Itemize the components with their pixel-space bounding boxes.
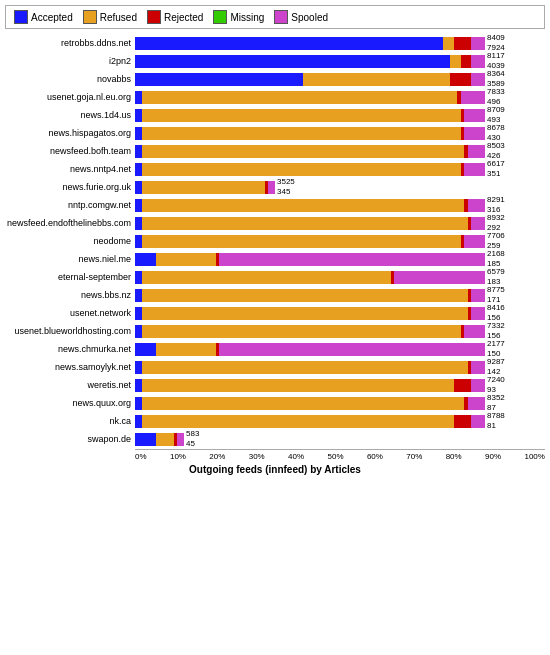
table-row: news.hispagatos.org8678430	[5, 125, 545, 141]
row-label: eternal-september	[5, 272, 135, 282]
bar-refused	[142, 307, 468, 320]
row-label: news.chmurka.net	[5, 344, 135, 354]
bar-value-1: 8503	[487, 141, 505, 151]
x-tick: 100%	[524, 452, 544, 461]
bar-accepted	[135, 289, 142, 302]
table-row: news.niel.me2168185	[5, 251, 545, 267]
table-row: news.nntp4.net6617351	[5, 161, 545, 177]
bar-spooled	[471, 379, 485, 392]
table-row: newsfeed.bofh.team8503426	[5, 143, 545, 159]
table-row: retrobbs.ddns.net84097924	[5, 35, 545, 51]
bar-accepted	[135, 343, 156, 356]
bar-spooled	[464, 325, 485, 338]
bar-area: 58345	[135, 432, 545, 446]
bar-accepted	[135, 325, 142, 338]
bar-value-1: 7332	[487, 321, 505, 331]
bar-values: 8416156	[487, 303, 505, 322]
bar-spooled	[468, 199, 486, 212]
bar-area: 84097924	[135, 36, 545, 50]
bar-value-1: 2168	[487, 249, 505, 259]
bar-value-1: 6617	[487, 159, 505, 169]
bar-spooled	[471, 289, 485, 302]
legend-rejected: Rejected	[147, 10, 203, 24]
bar-refused	[142, 415, 454, 428]
bar-value-1: 6579	[487, 267, 505, 277]
row-label: weretis.net	[5, 380, 135, 390]
bar-accepted	[135, 199, 142, 212]
bar-accepted	[135, 235, 142, 248]
bar-rejected	[461, 55, 472, 68]
legend-label-rejected: Rejected	[164, 12, 203, 23]
bar-accepted	[135, 55, 450, 68]
bar-refused	[142, 271, 391, 284]
bar-refused	[142, 235, 461, 248]
bar-refused	[156, 343, 216, 356]
bar-value-2: 81	[487, 421, 505, 431]
table-row: usenet.goja.nl.eu.org7833496	[5, 89, 545, 105]
row-label: news.niel.me	[5, 254, 135, 264]
bar-value-1: 8416	[487, 303, 505, 313]
bar-spooled	[471, 307, 485, 320]
table-row: swapon.de58345	[5, 431, 545, 447]
row-label: newsfeed.endofthelinebbs.com	[5, 218, 135, 228]
bar-accepted	[135, 307, 142, 320]
bar-value-2: 351	[487, 169, 505, 179]
bar-spooled	[464, 235, 485, 248]
bar-values: 724093	[487, 375, 505, 394]
table-row: weretis.net724093	[5, 377, 545, 393]
bar-refused	[142, 163, 461, 176]
bar-value-1: 8364	[487, 69, 505, 79]
bar-accepted	[135, 271, 142, 284]
x-tick: 40%	[288, 452, 304, 461]
x-ticks: 0%10%20%30%40%50%60%70%80%90%100%	[135, 449, 545, 461]
table-row: usenet.blueworldhosting.com7332156	[5, 323, 545, 339]
row-label: news.bbs.nz	[5, 290, 135, 300]
bar-values: 6617351	[487, 159, 505, 178]
bar-values: 6579183	[487, 267, 505, 286]
bar-area: 9287142	[135, 360, 545, 374]
row-label: usenet.blueworldhosting.com	[5, 326, 135, 336]
bar-spooled	[471, 361, 485, 374]
bar-refused	[142, 109, 461, 122]
bar-spooled	[394, 271, 485, 284]
table-row: nk.ca878881	[5, 413, 545, 429]
bar-rejected	[454, 37, 472, 50]
row-label: newsfeed.bofh.team	[5, 146, 135, 156]
bar-value-1: 8291	[487, 195, 505, 205]
x-axis-area: 0%10%20%30%40%50%60%70%80%90%100%	[5, 449, 545, 461]
legend-label-accepted: Accepted	[31, 12, 73, 23]
bar-values: 9287142	[487, 357, 505, 376]
row-label: usenet.goja.nl.eu.org	[5, 92, 135, 102]
legend-spooled: Spooled	[274, 10, 328, 24]
bar-accepted	[135, 163, 142, 176]
bar-refused	[142, 325, 461, 338]
bar-accepted	[135, 415, 142, 428]
bar-values: 58345	[186, 429, 199, 448]
bar-spooled	[468, 145, 486, 158]
bar-refused	[303, 73, 450, 86]
bar-values: 8291316	[487, 195, 505, 214]
bar-spooled	[219, 343, 485, 356]
bar-values: 83643589	[487, 69, 505, 88]
bar-values: 8775171	[487, 285, 505, 304]
bar-spooled	[464, 163, 485, 176]
bar-value-1: 8775	[487, 285, 505, 295]
chart-rows: retrobbs.ddns.net84097924i2pn281174039no…	[5, 35, 545, 447]
x-tick: 30%	[249, 452, 265, 461]
row-label: i2pn2	[5, 56, 135, 66]
bar-refused	[142, 289, 468, 302]
bar-area: 8709493	[135, 108, 545, 122]
x-tick: 50%	[328, 452, 344, 461]
bar-spooled	[471, 415, 485, 428]
legend-box-accepted	[14, 10, 28, 24]
bar-spooled	[177, 433, 184, 446]
bar-area: 83643589	[135, 72, 545, 86]
bar-values: 7833496	[487, 87, 505, 106]
bar-value-2: 45	[186, 439, 199, 449]
bar-value-1: 7240	[487, 375, 505, 385]
bar-area: 6617351	[135, 162, 545, 176]
bar-accepted	[135, 91, 142, 104]
bar-rejected	[450, 73, 471, 86]
row-label: neodome	[5, 236, 135, 246]
x-tick: 10%	[170, 452, 186, 461]
